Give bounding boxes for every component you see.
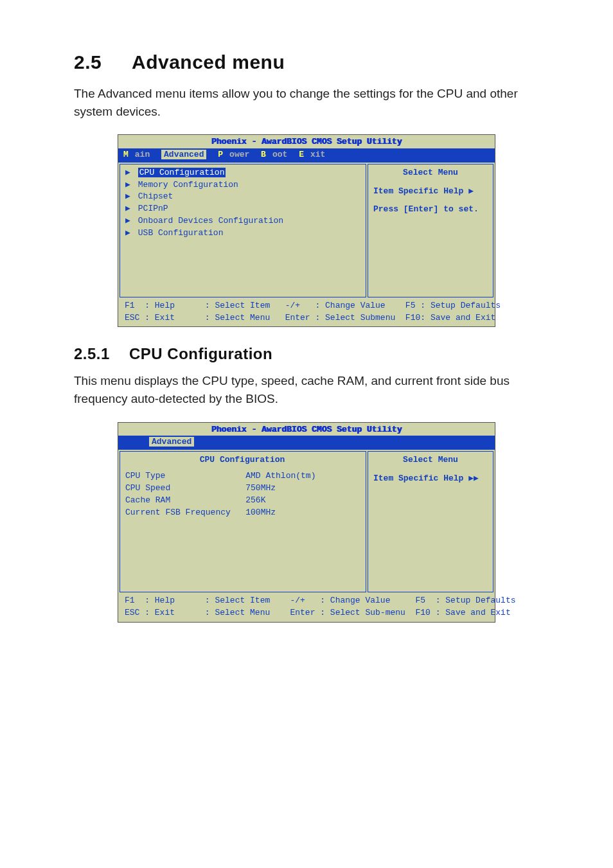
right-head: Select Menu (373, 167, 488, 179)
footer-row: ESC : Exit : Select Menu Enter : Select … (125, 607, 488, 619)
bios-footer: F1 : Help : Select Item -/+ : Change Val… (118, 594, 495, 622)
right-head: Select Menu (373, 454, 488, 466)
info-row: CPU Speed 750MHz (125, 483, 359, 495)
subsection-intro: This menu displays the CPU type, speed, … (74, 372, 539, 407)
subsection-heading: 2.5.1CPU Configuration (74, 345, 539, 363)
info-row: Current FSB Frequency 100MHz (125, 507, 359, 519)
tab-boot[interactable]: Boot (261, 150, 287, 159)
bios-right-pane: Select Menu Item Specific Help ▶▶ (368, 451, 493, 592)
tab-main[interactable]: Main (123, 150, 150, 159)
menu-item[interactable]: ▶ CPU Configuration (125, 167, 359, 179)
section-title: Advanced menu (132, 51, 285, 73)
bios-menubar: Advanced (118, 436, 495, 450)
subsection-number: 2.5.1 (74, 345, 129, 363)
bios-screenshot-2: Phoenix - AwardBIOS CMOS Setup Utility A… (118, 422, 495, 623)
bios-screenshot-1: Phoenix - AwardBIOS CMOS Setup Utility M… (118, 134, 495, 327)
panel-subtitle: CPU Configuration (125, 454, 359, 466)
tab-exit[interactable]: Exit (299, 150, 325, 159)
footer-row: F1 : Help : Select Item -/+ : Change Val… (125, 595, 488, 607)
info-row: Cache RAM 256K (125, 495, 359, 507)
bios-title: Phoenix - AwardBIOS CMOS Setup Utility (118, 423, 495, 436)
tab-advanced[interactable]: Advanced (161, 150, 206, 159)
section-heading: 2.5Advanced menu (74, 51, 539, 73)
bios-title: Phoenix - AwardBIOS CMOS Setup Utility (118, 135, 495, 148)
right-line: Press [Enter] to set. (373, 204, 488, 216)
tab-advanced[interactable]: Advanced (149, 437, 194, 447)
menu-item[interactable]: ▶ Memory Configuration (125, 179, 359, 191)
section-number: 2.5 (74, 51, 132, 73)
bios-left-pane: ▶ CPU Configuration ▶ Memory Configurati… (120, 164, 366, 297)
info-row: CPU Type AMD Athlon(tm) (125, 470, 359, 483)
bios-left-pane: CPU Configuration CPU Type AMD Athlon(tm… (120, 451, 366, 592)
bios-right-pane: Select Menu Item Specific Help ▶ Press [… (368, 164, 493, 297)
right-line: Item Specific Help ▶ (373, 186, 488, 198)
footer-row: ESC : Exit : Select Menu Enter : Select … (125, 312, 488, 324)
menu-item[interactable]: ▶ PCIPnP (125, 203, 359, 215)
section-intro: The Advanced menu items allow you to cha… (74, 85, 539, 120)
menu-item[interactable]: ▶ Chipset (125, 191, 359, 203)
tab-power[interactable]: Power (218, 150, 249, 159)
subsection-title: CPU Configuration (129, 345, 272, 362)
bios-footer: F1 : Help : Select Item -/+ : Change Val… (118, 299, 495, 327)
menu-item[interactable]: ▶ USB Configuration (125, 227, 359, 240)
footer-row: F1 : Help : Select Item -/+ : Change Val… (125, 300, 488, 312)
right-line: Item Specific Help ▶▶ (373, 473, 488, 485)
menu-item[interactable]: ▶ Onboard Devices Configuration (125, 215, 359, 227)
bios-menubar: Main Advanced Power Boot Exit (118, 148, 495, 163)
